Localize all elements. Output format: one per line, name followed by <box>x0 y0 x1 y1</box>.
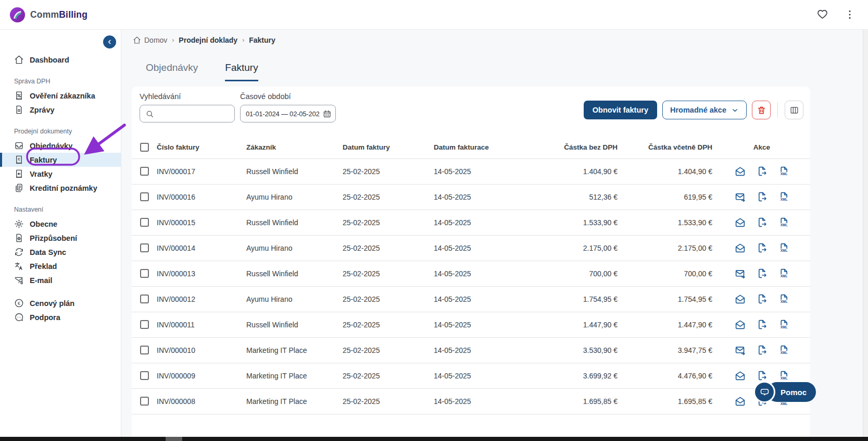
svg-text:XML: XML <box>780 274 787 278</box>
xml-file-icon: XML <box>778 293 789 304</box>
document-export-icon <box>757 268 768 279</box>
send-email-button[interactable] <box>735 345 746 356</box>
export-document-button[interactable] <box>757 370 768 381</box>
invoice-date: 25-02-2025 <box>343 295 380 303</box>
sidebar-item-data-sync[interactable]: Data Sync <box>0 245 121 259</box>
sidebar-item-zpravy[interactable]: Zprávy <box>0 103 121 117</box>
vertical-scrollbar[interactable] <box>863 30 868 437</box>
bulk-actions-button[interactable]: Hromadné akce <box>662 101 747 119</box>
row-checkbox[interactable] <box>140 295 149 303</box>
download-xml-button[interactable]: XML <box>778 166 789 177</box>
table-row[interactable]: INV/000008 Marketing IT Place 25-02-2025… <box>132 388 810 414</box>
select-all-checkbox[interactable] <box>140 143 149 152</box>
sidebar-item-label: Zprávy <box>30 106 55 114</box>
table-row[interactable]: INV/000016 Ayumu Hirano 25-02-2025 14-05… <box>132 184 810 210</box>
send-email-button[interactable] <box>735 166 746 177</box>
export-document-button[interactable] <box>757 319 768 330</box>
row-checkbox[interactable] <box>140 397 149 406</box>
horizontal-scrollbar[interactable] <box>0 437 868 441</box>
main-content: Domov › Prodejní doklady › Faktury Objed… <box>121 30 868 437</box>
breadcrumb-item[interactable]: Faktury <box>249 36 275 44</box>
table-row[interactable]: INV/000010 Marketing IT Place 25-02-2025… <box>132 337 810 363</box>
more-options-icon[interactable] <box>843 8 857 21</box>
sidebar-item-cenovy-plan[interactable]: € Cenový plán <box>0 296 121 310</box>
email-open-icon <box>735 217 746 228</box>
breadcrumb-home[interactable]: Domov <box>133 36 167 44</box>
date-range-input[interactable]: 01-01-2024 — 02-05-202 <box>240 105 336 123</box>
download-xml-button[interactable]: XML <box>778 319 789 330</box>
table-row[interactable]: INV/000012 Ayumu Hirano 25-02-2025 14-05… <box>132 286 810 312</box>
sidebar-section-nastaveni: Nastavení <box>0 206 121 213</box>
sidebar-item-kreditni-poznamky[interactable]: Kreditní poznámky <box>0 181 121 195</box>
row-checkbox[interactable] <box>140 167 149 176</box>
export-document-button[interactable] <box>757 166 768 177</box>
export-document-button[interactable] <box>757 345 768 356</box>
send-email-button[interactable] <box>735 319 746 330</box>
row-checkbox[interactable] <box>140 371 149 380</box>
breadcrumb-item[interactable]: Domov <box>144 36 167 44</box>
sidebar-item-podpora[interactable]: Podpora <box>0 310 121 324</box>
sidebar-nav: Dashboard Správa DPH Ověření zákazníka Z… <box>0 30 121 324</box>
export-document-button[interactable] <box>757 293 768 304</box>
send-email-button[interactable] <box>735 217 746 228</box>
delete-button[interactable] <box>752 101 771 119</box>
send-email-button[interactable] <box>735 396 746 407</box>
sidebar-item-label: Překlad <box>30 262 57 271</box>
table-row[interactable]: INV/000011 Russell Winfield 25-02-2025 1… <box>132 312 810 337</box>
send-email-button[interactable] <box>735 268 746 279</box>
table-row[interactable]: INV/000017 Russell Winfield 25-02-2025 1… <box>132 158 810 184</box>
email-open-icon <box>735 166 746 177</box>
table-row[interactable]: INV/000014 Ayumu Hirano 25-02-2025 14-05… <box>132 235 810 261</box>
sidebar-collapse-button[interactable] <box>103 35 116 48</box>
sidebar-item-objednavky[interactable]: Objednávky <box>0 139 121 153</box>
favorites-heart-icon[interactable] <box>815 8 829 22</box>
download-xml-button[interactable]: XML <box>778 293 789 304</box>
row-checkbox[interactable] <box>140 192 149 201</box>
export-document-button[interactable] <box>757 268 768 279</box>
document-export-icon <box>757 191 768 202</box>
horizontal-scrollbar-thumb[interactable] <box>166 437 182 441</box>
refresh-invoices-button[interactable]: Obnovit faktury <box>584 101 657 119</box>
tab-faktury[interactable]: Faktury <box>225 62 258 81</box>
sidebar-item-overeni-zakaznika[interactable]: Ověření zákazníka <box>0 89 121 103</box>
sidebar-item-email[interactable]: E-mail <box>0 273 121 287</box>
document-export-icon <box>757 242 768 253</box>
row-checkbox[interactable] <box>140 269 149 278</box>
export-document-button[interactable] <box>757 242 768 253</box>
table-row[interactable]: INV/000009 Marketing IT Place 25-02-2025… <box>132 363 810 388</box>
export-document-button[interactable] <box>757 191 768 202</box>
row-checkbox[interactable] <box>140 346 149 354</box>
columns-settings-button[interactable] <box>785 101 803 119</box>
table-row[interactable]: INV/000015 Russell Winfield 25-02-2025 1… <box>132 210 810 235</box>
download-xml-button[interactable]: XML <box>778 242 789 253</box>
sidebar-item-preklad[interactable]: Překlad <box>0 259 121 273</box>
tabs: Objednávky Faktury <box>146 62 258 81</box>
breadcrumb-item[interactable]: Prodejní doklady <box>179 36 237 44</box>
tab-objednavky[interactable]: Objednávky <box>146 62 198 81</box>
download-xml-button[interactable]: XML <box>778 370 789 381</box>
sidebar-item-prizpusobeni[interactable]: Přizpůsobení <box>0 231 121 245</box>
column-header: Datum fakturace <box>434 137 527 158</box>
download-xml-button[interactable]: XML <box>778 268 789 279</box>
send-email-button[interactable] <box>735 242 746 253</box>
sidebar-item-vratky[interactable]: Vratky <box>0 167 121 181</box>
row-checkbox[interactable] <box>140 320 149 329</box>
row-checkbox[interactable] <box>140 218 149 227</box>
email-open-icon <box>735 242 746 253</box>
download-xml-button[interactable]: XML <box>778 217 789 228</box>
receipt-percent-icon <box>14 91 24 101</box>
send-email-button[interactable] <box>735 370 746 381</box>
sidebar-item-faktury[interactable]: € Faktury <box>0 153 121 167</box>
help-button[interactable]: Pomoc <box>753 381 816 403</box>
sidebar-item-obecne[interactable]: Obecne <box>0 217 121 231</box>
download-xml-button[interactable]: XML <box>778 345 789 356</box>
download-xml-button[interactable]: XML <box>778 191 789 202</box>
search-input[interactable] <box>158 110 229 118</box>
table-row[interactable]: INV/000013 Russell Winfield 25-02-2025 1… <box>132 261 810 286</box>
export-document-button[interactable] <box>757 217 768 228</box>
send-email-button[interactable] <box>735 293 746 304</box>
send-email-button[interactable] <box>735 191 746 202</box>
sidebar-item-dashboard[interactable]: Dashboard <box>0 53 121 67</box>
row-checkbox[interactable] <box>140 243 149 252</box>
customer-name: Marketing IT Place <box>246 346 307 354</box>
